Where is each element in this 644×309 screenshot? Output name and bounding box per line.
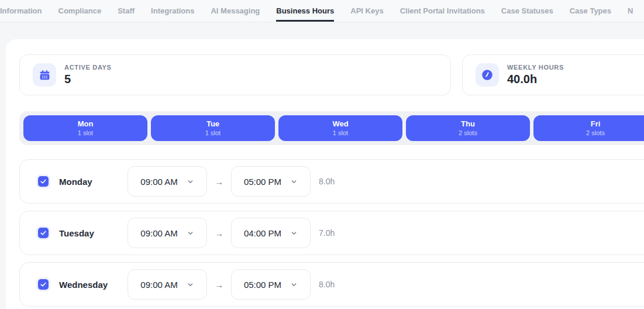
tab-client-portal-invitations[interactable]: Client Portal Invitations (400, 0, 485, 22)
pill-slot-count: 2 slots (459, 129, 477, 137)
daily-hours-total: 8.0h (319, 280, 335, 289)
arrow-right-icon: → (215, 177, 223, 187)
schedule-row-wednesday: Wednesday09:00 AM→05:00 PM8.0h (19, 262, 644, 307)
stat-icon-tile (476, 63, 499, 87)
end-time-select[interactable]: 04:00 PM (231, 218, 311, 248)
day-pill-fri[interactable]: Fri2 slots (533, 115, 644, 141)
pill-day-label: Wed (332, 119, 348, 129)
stat-card-active-days: ACTIVE DAYS5 (19, 54, 451, 95)
stat-icon-tile (33, 63, 56, 87)
stat-value: 5 (64, 73, 112, 86)
check-icon (40, 281, 47, 288)
pill-slot-count: 1 slot (205, 129, 221, 137)
arrow-right-icon: → (215, 280, 223, 290)
arrow-right-icon: → (215, 228, 223, 238)
stat-label: ACTIVE DAYS (64, 64, 112, 71)
end-time-value: 04:00 PM (244, 228, 281, 238)
tab-staff[interactable]: Staff (118, 0, 135, 22)
day-pill-mon[interactable]: Mon1 slot (23, 115, 147, 141)
tab-n[interactable]: N (628, 0, 633, 22)
end-time-value: 05:00 PM (244, 177, 281, 187)
day-pill-wed[interactable]: Wed1 slot (278, 115, 402, 141)
chevron-down-icon (290, 229, 298, 237)
end-time-value: 05:00 PM (244, 280, 281, 290)
tab-case-types[interactable]: Case Types (570, 0, 611, 22)
tab-integrations[interactable]: Integrations (151, 0, 194, 22)
stat-text: ACTIVE DAYS5 (64, 64, 112, 86)
tab-case-statuses[interactable]: Case Statuses (501, 0, 553, 22)
start-time-value: 09:00 AM (140, 177, 177, 187)
day-pill-thu[interactable]: Thu2 slots (406, 115, 530, 141)
day-name-label: Monday (59, 177, 128, 187)
clock-icon (481, 68, 494, 81)
start-time-select[interactable]: 09:00 AM (128, 166, 207, 197)
schedule-rows: Monday09:00 AM→05:00 PM8.0hTuesday09:00 … (19, 159, 644, 307)
chevron-down-icon (187, 229, 194, 237)
stat-value: 40.0h (507, 73, 564, 86)
day-name-label: Wednesday (59, 280, 128, 290)
start-time-select[interactable]: 09:00 AM (128, 269, 207, 300)
start-time-select[interactable]: 09:00 AM (128, 218, 207, 248)
tab-information[interactable]: Information (0, 0, 42, 22)
stat-label: WEEKLY HOURS (507, 64, 564, 71)
chevron-down-icon (187, 178, 194, 186)
check-icon (40, 229, 47, 236)
stats-row: ACTIVE DAYS5WEEKLY HOURS40.0h (19, 54, 644, 95)
end-time-select[interactable]: 05:00 PM (231, 166, 311, 197)
daily-hours-total: 8.0h (319, 177, 335, 186)
schedule-row-tuesday: Tuesday09:00 AM→04:00 PM7.0h (19, 211, 644, 255)
start-time-value: 09:00 AM (140, 228, 177, 238)
daily-hours-total: 7.0h (319, 228, 335, 238)
pill-day-label: Thu (461, 119, 475, 129)
active-day-pills-bar: Mon1 slotTue1 slotWed1 slotThu2 slotsFri… (19, 111, 644, 145)
chevron-down-icon (290, 281, 298, 289)
pill-day-label: Tue (206, 119, 219, 129)
day-enabled-checkbox[interactable] (38, 279, 49, 290)
tab-api-keys[interactable]: API Keys (350, 0, 383, 22)
pill-slot-count: 1 slot (333, 129, 348, 137)
tab-compliance[interactable]: Compliance (58, 0, 102, 22)
chevron-down-icon (187, 281, 194, 289)
pill-slot-count: 1 slot (78, 129, 93, 137)
tab-business-hours[interactable]: Business Hours (276, 0, 334, 22)
day-enabled-checkbox[interactable] (38, 176, 49, 187)
business-hours-panel: ACTIVE DAYS5WEEKLY HOURS40.0h Mon1 slotT… (6, 39, 644, 309)
settings-tab-bar: InformationComplianceStaffIntegrationsAI… (0, 0, 644, 22)
pill-day-label: Mon (78, 119, 94, 129)
day-enabled-checkbox[interactable] (38, 228, 49, 238)
day-pill-tue[interactable]: Tue1 slot (151, 115, 275, 141)
check-icon (40, 178, 47, 185)
pill-slot-count: 2 slots (586, 129, 605, 137)
day-name-label: Tuesday (59, 228, 128, 238)
stat-card-weekly-hours: WEEKLY HOURS40.0h (462, 54, 644, 95)
calendar-icon (39, 69, 51, 81)
start-time-value: 09:00 AM (140, 280, 177, 290)
pill-day-label: Fri (591, 119, 601, 129)
chevron-down-icon (290, 178, 298, 186)
end-time-select[interactable]: 05:00 PM (231, 269, 311, 300)
stat-text: WEEKLY HOURS40.0h (507, 64, 564, 86)
tab-ai-messaging[interactable]: AI Messaging (211, 0, 260, 22)
schedule-row-monday: Monday09:00 AM→05:00 PM8.0h (19, 159, 644, 204)
